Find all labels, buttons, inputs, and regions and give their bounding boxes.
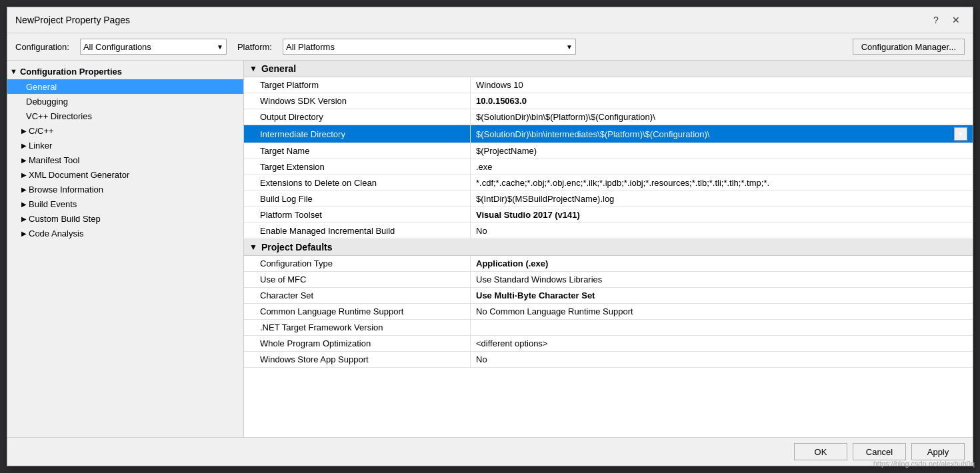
sidebar-item-browse[interactable]: ▶ Browse Information [7,182,243,197]
bottom-bar: OK Cancel Apply [7,437,973,466]
prop-value-text: $(SolutionDir)\bin\intermediates\$(Platf… [476,129,954,139]
prop-name: Build Log File [244,191,471,207]
prop-value[interactable]: .exe [471,159,973,175]
prop-value[interactable] [471,320,973,335]
prop-value[interactable]: $(ProjectName) [471,143,973,159]
prop-name: .NET Target Framework Version [244,320,471,335]
config-bar: Configuration: All Configurations ▼ Plat… [7,33,973,61]
ok-button[interactable]: OK [794,443,847,460]
section-header-general[interactable]: ▼ General [244,61,973,77]
tree-arrow-icon: ▶ [19,186,29,193]
prop-value[interactable]: Use Multi-Byte Character Set [471,288,973,303]
prop-name: Windows SDK Version [244,93,471,109]
prop-value[interactable]: No [471,352,973,367]
sidebar-item-label: Custom Build Step [29,214,241,224]
prop-row-net-target: .NET Target Framework Version [244,320,973,336]
tree-arrow-icon: ▶ [19,157,29,164]
prop-name: Windows Store App Support [244,352,471,367]
cancel-button[interactable]: Cancel [853,443,906,460]
tree-root[interactable]: ▼ Configuration Properties [7,63,243,79]
prop-row-windows-sdk: Windows SDK Version 10.0.15063.0 [244,93,973,109]
sidebar-item-xml-doc[interactable]: ▶ XML Document Generator [7,167,243,182]
sidebar-item-general[interactable]: General [7,79,243,94]
watermark: https://blog.csdn.net/alexhub0q [873,460,975,468]
prop-row-intermediate-dir[interactable]: Intermediate Directory $(SolutionDir)\bi… [244,125,973,143]
prop-row-build-log: Build Log File $(IntDir)$(MSBuildProject… [244,191,973,207]
main-content: ▼ Configuration Properties General Debug… [7,61,973,437]
sidebar-item-label: General [26,82,241,92]
sidebar-item-label: Code Analysis [29,229,241,238]
prop-dropdown-button[interactable]: ▼ [954,127,967,141]
close-button[interactable]: ✕ [947,13,965,27]
prop-name: Target Extension [244,159,471,175]
config-manager-button[interactable]: Configuration Manager... [853,39,965,55]
sidebar-item-label: Build Events [29,199,241,209]
tree-arrow-icon: ▶ [19,127,29,135]
property-pages-dialog: NewProject Property Pages ? ✕ Configurat… [7,7,973,466]
sidebar-item-manifest[interactable]: ▶ Manifest Tool [7,153,243,167]
section-header-project-defaults[interactable]: ▼ Project Defaults [244,239,973,256]
prop-name: Whole Program Optimization [244,336,471,351]
help-button[interactable]: ? [927,13,945,27]
prop-value[interactable]: Visual Studio 2017 (v141) [471,207,973,223]
prop-row-target-platform: Target Platform Windows 10 [244,77,973,93]
dialog-title: NewProject Property Pages [15,15,130,25]
tree-root-arrow: ▼ [10,67,17,75]
sidebar-item-custom-build[interactable]: ▶ Custom Build Step [7,211,243,226]
tree-arrow-icon: ▶ [19,171,29,179]
prop-value[interactable]: Application (.exe) [471,256,973,271]
prop-value[interactable]: *.cdf;*.cache;*.obj;*.obj.enc;*.ilk;*.ip… [471,175,973,191]
prop-row-target-ext: Target Extension .exe [244,159,973,175]
platform-label: Platform: [237,42,272,52]
prop-name: Target Name [244,143,471,159]
sidebar-item-label: Debugging [26,97,241,107]
prop-value[interactable]: No [471,223,973,238]
prop-value[interactable]: <different options> [471,336,973,351]
dropdown-arrow-icon: ▼ [958,131,964,137]
section-label: General [261,63,296,74]
apply-button[interactable]: Apply [911,443,965,460]
sidebar-item-label: Browse Information [29,185,241,195]
tree-arrow-icon: ▶ [19,142,29,149]
prop-value[interactable]: Use Standard Windows Libraries [471,272,973,287]
prop-name: Enable Managed Incremental Build [244,223,471,238]
prop-value[interactable]: $(SolutionDir)\bin\intermediates\$(Platf… [471,125,973,143]
sidebar-item-debugging[interactable]: Debugging [7,94,243,109]
tree-arrow-icon: ▶ [19,215,29,223]
prop-row-use-mfc: Use of MFC Use Standard Windows Librarie… [244,272,973,288]
prop-row-output-dir: Output Directory $(SolutionDir)\bin\$(Pl… [244,109,973,125]
platform-select[interactable]: All Platforms ▼ [283,39,576,55]
sidebar-item-label: VC++ Directories [26,111,241,121]
prop-name: Target Platform [244,77,471,93]
sidebar-item-code-analysis[interactable]: ▶ Code Analysis [7,226,243,240]
prop-name: Output Directory [244,109,471,125]
prop-row-char-set: Character Set Use Multi-Byte Character S… [244,288,973,304]
prop-row-ext-delete: Extensions to Delete on Clean *.cdf;*.ca… [244,175,973,191]
sidebar-item-label: Manifest Tool [29,155,241,165]
configuration-select[interactable]: All Configurations ▼ [80,39,227,55]
sidebar-item-linker[interactable]: ▶ Linker [7,138,243,153]
prop-name: Intermediate Directory [244,125,471,143]
sidebar-item-vc-dirs[interactable]: VC++ Directories [7,109,243,123]
config-label: Configuration: [15,42,69,52]
prop-row-platform-toolset: Platform Toolset Visual Studio 2017 (v14… [244,207,973,223]
sidebar-item-build-events[interactable]: ▶ Build Events [7,197,243,211]
prop-name: Character Set [244,288,471,303]
prop-name: Use of MFC [244,272,471,287]
prop-name: Common Language Runtime Support [244,304,471,319]
sidebar-item-label: XML Document Generator [29,170,241,180]
config-value: All Configurations [83,42,151,52]
prop-value[interactable]: 10.0.15063.0 [471,93,973,109]
prop-value[interactable]: $(IntDir)$(MSBuildProjectName).log [471,191,973,207]
platform-value: All Platforms [286,42,335,52]
prop-value[interactable]: $(SolutionDir)\bin\$(Platform)\$(Configu… [471,109,973,125]
prop-name: Platform Toolset [244,207,471,223]
prop-row-whole-program: Whole Program Optimization <different op… [244,336,973,352]
prop-name: Configuration Type [244,256,471,271]
tree-arrow-icon: ▶ [19,230,29,237]
sidebar-item-cpp[interactable]: ▶ C/C++ [7,123,243,138]
prop-value[interactable]: Windows 10 [471,77,973,93]
tree-root-label: Configuration Properties [20,67,122,77]
prop-row-target-name: Target Name $(ProjectName) [244,143,973,159]
prop-value[interactable]: No Common Language Runtime Support [471,304,973,319]
